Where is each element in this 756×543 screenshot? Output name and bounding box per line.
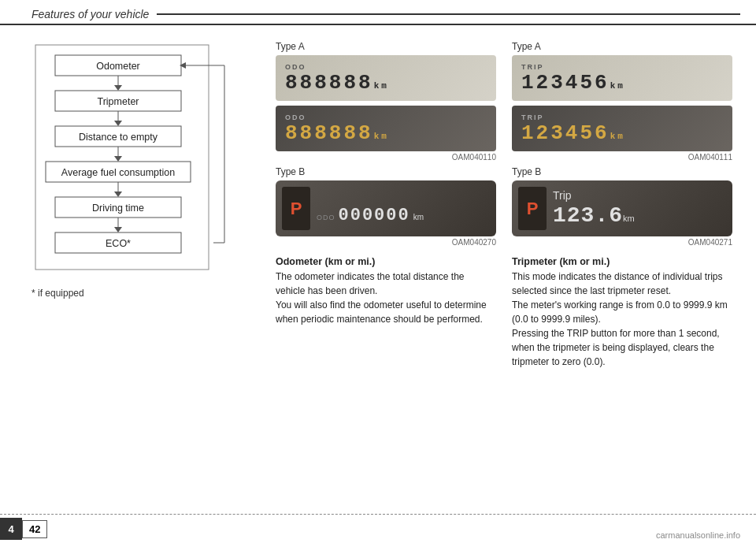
trip-b-number: 123.6	[553, 203, 623, 228]
oam-label-left-top: OAM040110	[276, 153, 496, 162]
svg-text:Distance to empty: Distance to empty	[79, 132, 158, 143]
main-content: Odometer Tripmeter Distance to empty	[0, 25, 756, 377]
trip-desc-p1: This mode indicates the distance of indi…	[512, 270, 732, 298]
trip-label-a1: TRIP	[521, 63, 723, 71]
svg-text:Average fuel consumption: Average fuel consumption	[61, 167, 175, 178]
p-icon: P	[282, 187, 310, 230]
svg-marker-12	[114, 156, 122, 162]
odo-reading-a2: 888888km	[285, 121, 487, 145]
odo-desc-p2: You will also find the odometer useful t…	[276, 298, 496, 326]
odometer-column: Type A ODO 888888km ODO 888888km OAM0401…	[276, 41, 496, 369]
header-divider	[157, 13, 740, 15]
odo-desc-p1: The odometer indicates the total distanc…	[276, 270, 496, 298]
page-header: Features of your vehicle	[0, 0, 756, 25]
tripmeter-column: Type A TRIP 123456km TRIP 123456km OAM04…	[512, 41, 732, 369]
trip-desc-title: Tripmeter (km or mi.)	[512, 255, 732, 270]
oam-label-right-bottom: OAM040271	[512, 238, 732, 247]
trip-b-reading-area: Trip 123.6km	[553, 189, 726, 228]
page-title: Features of your vehicle	[32, 8, 149, 20]
odo-panel-a-dark: ODO 888888km	[276, 106, 496, 151]
watermark: carmanualsonline.info	[656, 530, 740, 540]
page-footer: 4 42 carmanualsonline.info	[0, 514, 756, 543]
trip-desc-p3: Pressing the TRIP button for more than 1…	[512, 326, 732, 369]
odo-b-number: 000000	[339, 206, 410, 225]
oam-label-right-top: OAM040111	[512, 153, 732, 162]
svg-text:Tripmeter: Tripmeter	[97, 96, 139, 107]
type-a-label-left: Type A	[276, 41, 496, 52]
type-a-label-right: Type A	[512, 41, 732, 52]
flowchart-container: Odometer Tripmeter Distance to empty	[32, 41, 236, 280]
trip-panel-a-dark: TRIP 123456km	[512, 106, 732, 151]
svg-text:Driving time: Driving time	[92, 203, 144, 214]
type-b-label-left: Type B	[276, 166, 496, 177]
odo-desc-title: Odometer (km or mi.)	[276, 255, 496, 270]
page-num-right: 42	[22, 520, 47, 538]
odo-b-unit: km	[413, 213, 424, 221]
svg-text:Odometer: Odometer	[96, 61, 140, 72]
footnote: * if equipped	[32, 288, 260, 299]
trip-reading-a1: 123456km	[521, 71, 723, 95]
page-num-left: 4	[0, 518, 22, 540]
odo-panel-b: P ODO 000000 km	[276, 180, 496, 236]
svg-marker-8	[114, 121, 122, 126]
odo-reading-a1: 888888km	[285, 71, 487, 95]
trip-b-label: Trip	[553, 189, 726, 202]
odo-b-label: ODO	[317, 214, 335, 221]
odo-b-reading-area: ODO 000000 km	[317, 192, 490, 225]
odo-b-bottom: ODO 000000 km	[317, 206, 490, 225]
odo-label-a1: ODO	[285, 63, 487, 71]
p-icon-trip: P	[518, 187, 547, 230]
svg-marker-16	[114, 192, 122, 197]
trip-desc-p2: The meter's working range is from 0.0 to…	[512, 298, 732, 326]
trip-desc: Tripmeter (km or mi.) This mode indicate…	[512, 255, 732, 369]
odo-panel-a-light: ODO 888888km	[276, 55, 496, 101]
svg-marker-4	[114, 85, 122, 91]
oam-label-left-bottom: OAM040270	[276, 238, 496, 247]
svg-marker-20	[114, 227, 122, 232]
page-number-box: 4 42	[0, 515, 47, 543]
type-b-label-right: Type B	[512, 166, 732, 177]
odo-desc: Odometer (km or mi.) The odometer indica…	[276, 255, 496, 326]
flowchart-svg: Odometer Tripmeter Distance to empty	[32, 41, 236, 277]
trip-panel-a-light: TRIP 123456km	[512, 55, 732, 101]
odo-label-a2: ODO	[285, 113, 487, 121]
svg-text:ECO*: ECO*	[106, 238, 131, 249]
trip-reading-a2: 123456km	[521, 121, 723, 145]
trip-label-a2: TRIP	[521, 113, 723, 121]
trip-b-unit: km	[623, 214, 635, 223]
trip-panel-b: P Trip 123.6km	[512, 180, 732, 236]
flowchart-column: Odometer Tripmeter Distance to empty	[32, 41, 260, 369]
